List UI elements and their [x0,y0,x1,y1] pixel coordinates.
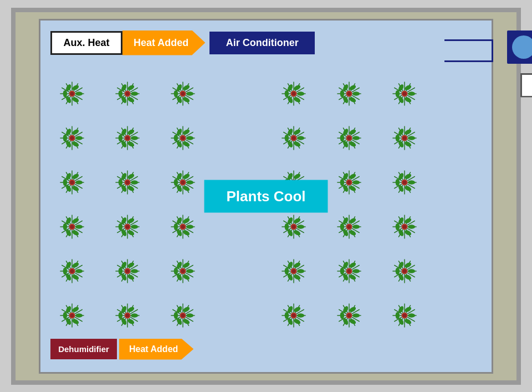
plant [279,256,309,286]
plant [279,123,309,153]
svg-point-597 [347,225,351,228]
svg-point-772 [396,267,400,274]
plant [112,79,142,109]
svg-point-460 [396,179,400,186]
svg-point-584 [352,225,360,228]
svg-point-64 [186,91,193,95]
svg-point-233 [181,136,185,140]
ac-indicator-box [507,30,532,64]
svg-point-935 [402,313,406,317]
svg-point-389 [181,180,185,184]
svg-point-844 [186,313,193,317]
svg-point-77 [181,91,185,95]
svg-point-779 [402,269,406,273]
plant [334,167,364,197]
off-arrow-container: OFF [520,73,532,98]
svg-point-688 [186,269,193,273]
svg-point-519 [125,225,129,228]
plant [279,212,309,242]
plant [57,123,87,153]
ac-line-top [444,39,493,41]
plant [334,212,364,242]
svg-point-610 [408,225,415,228]
ac-line-bottom [444,60,493,62]
svg-point-155 [402,91,406,95]
svg-point-714 [297,269,304,273]
svg-point-129 [347,91,351,95]
plant [57,212,87,242]
svg-point-324 [75,180,83,184]
svg-point-428 [352,180,360,184]
plant [168,256,198,286]
svg-point-25 [70,91,74,95]
main-area: Aux. Heat Heat Added Air Conditioner OFF [39,19,493,374]
svg-point-181 [70,136,74,140]
svg-point-746 [340,267,344,274]
plant [334,301,364,330]
plant [279,301,309,330]
svg-point-337 [70,180,74,184]
svg-point-766 [408,269,415,273]
svg-point-642 [63,267,67,274]
plant [334,256,364,286]
plant [390,212,420,242]
svg-point-506 [131,225,138,228]
svg-point-122 [340,90,344,97]
ac-line-vert-right [492,39,493,62]
ac-circle [512,35,532,59]
plant [112,256,142,286]
plant [168,301,198,330]
svg-point-18 [63,90,67,97]
svg-point-538 [174,223,178,230]
svg-point-226 [174,134,178,141]
svg-point-246 [297,136,304,140]
aux-heat-label: Aux. Heat [63,37,109,48]
svg-point-636 [75,269,83,273]
plant [390,123,420,153]
svg-point-792 [75,313,83,317]
svg-point-545 [181,225,185,228]
plant [57,167,87,197]
plant [57,79,87,109]
plant [334,79,364,109]
plant [112,301,142,330]
svg-point-857 [181,313,185,317]
svg-point-142 [408,91,415,95]
svg-point-70 [174,90,178,97]
plant [168,167,198,197]
svg-point-590 [340,223,344,230]
svg-point-103 [291,91,295,95]
svg-point-701 [181,269,185,273]
svg-point-668 [119,267,122,274]
bottom-bar: Dehumidifier Heat Added [50,339,193,360]
svg-point-896 [352,313,360,317]
svg-point-311 [402,136,406,140]
top-bar: Aux. Heat Heat Added Air Conditioner [50,30,458,55]
air-conditioner-box: Air Conditioner [209,32,315,54]
svg-point-831 [125,313,129,317]
svg-point-720 [285,267,289,274]
plant [168,212,198,242]
svg-point-675 [125,269,129,273]
svg-point-148 [396,90,400,97]
svg-point-870 [297,313,304,317]
svg-point-200 [119,134,122,141]
plant [334,123,364,153]
svg-point-330 [63,179,67,186]
svg-point-285 [347,136,351,140]
svg-point-486 [63,223,67,230]
svg-point-90 [297,91,304,95]
svg-point-727 [291,269,295,273]
plant [390,256,420,286]
svg-point-564 [285,223,289,230]
plant [279,79,309,109]
svg-point-363 [125,180,129,184]
svg-point-922 [408,313,415,317]
svg-point-376 [186,180,193,184]
svg-point-623 [402,225,406,228]
svg-point-298 [408,136,415,140]
off-arrow: OFF [520,73,532,98]
svg-point-207 [125,136,129,140]
svg-point-480 [75,225,83,228]
svg-point-558 [297,225,304,228]
